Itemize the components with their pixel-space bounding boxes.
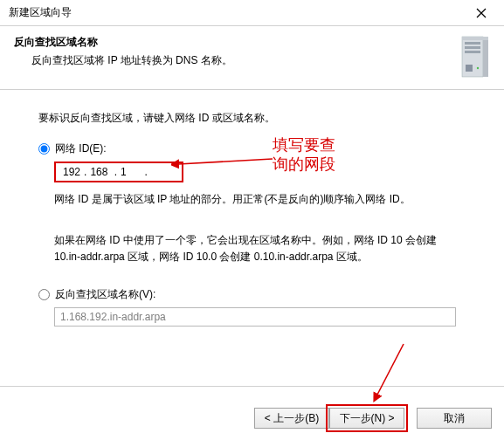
radio-zone-label: 反向查找区域名称(V): bbox=[55, 287, 155, 302]
svg-rect-6 bbox=[465, 46, 480, 49]
close-button[interactable] bbox=[464, 3, 499, 24]
wizard-header: 反向查找区域名称 反向查找区域将 IP 地址转换为 DNS 名称。 bbox=[0, 26, 504, 90]
radio-zone-name[interactable]: 反向查找区域名称(V): bbox=[38, 287, 466, 302]
wizard-body: 要标识反向查找区域，请键入网络 ID 或区域名称。 网络 ID(E): 192 … bbox=[0, 90, 504, 327]
cancel-button[interactable]: 取消 bbox=[417, 408, 492, 429]
radio-network-label: 网络 ID(E): bbox=[55, 141, 107, 156]
svg-point-9 bbox=[477, 67, 479, 69]
header-title: 反向查找区域名称 bbox=[14, 35, 459, 50]
ip-octet-3: 1 bbox=[119, 166, 128, 178]
svg-line-11 bbox=[377, 344, 404, 395]
network-id-help: 网络 ID 是属于该区域 IP 地址的部分。用正常(不是反向的)顺序输入网络 I… bbox=[54, 191, 466, 208]
window-title: 新建区域向导 bbox=[9, 5, 464, 20]
next-button[interactable]: 下一步(N) > bbox=[329, 408, 404, 429]
close-icon bbox=[476, 8, 487, 18]
svg-rect-3 bbox=[483, 40, 488, 77]
svg-rect-8 bbox=[466, 65, 473, 72]
ip-octet-2: 168 bbox=[88, 166, 109, 178]
server-icon bbox=[459, 35, 490, 82]
zone-name-value: 1.168.192.in-addr.arpa bbox=[60, 311, 166, 323]
titlebar: 新建区域向导 bbox=[0, 0, 504, 26]
svg-rect-5 bbox=[465, 42, 480, 45]
header-desc: 反向查找区域将 IP 地址转换为 DNS 名称。 bbox=[14, 53, 459, 68]
radio-network-input[interactable] bbox=[38, 143, 50, 155]
radio-zone-input[interactable] bbox=[38, 289, 50, 300]
zone-name-input: 1.168.192.in-addr.arpa bbox=[54, 307, 456, 327]
footer-separator bbox=[0, 386, 504, 387]
zero-help: 如果在网络 ID 中使用了一个零，它会出现在区域名称中。例如，网络 ID 10 … bbox=[54, 232, 466, 265]
svg-rect-4 bbox=[462, 37, 488, 40]
radio-network-id[interactable]: 网络 ID(E): bbox=[38, 141, 466, 156]
back-button[interactable]: < 上一步(B) bbox=[254, 408, 329, 429]
ip-octet-1: 192 bbox=[61, 166, 82, 178]
annotation-arrow-next bbox=[360, 340, 412, 403]
svg-rect-7 bbox=[465, 51, 480, 53]
intro-text: 要标识反向查找区域，请键入网络 ID 或区域名称。 bbox=[38, 111, 466, 126]
network-id-input[interactable]: 192 . 168 . 1 . bbox=[54, 162, 183, 182]
wizard-footer: < 上一步(B) 下一步(N) > 取消 bbox=[0, 396, 504, 440]
